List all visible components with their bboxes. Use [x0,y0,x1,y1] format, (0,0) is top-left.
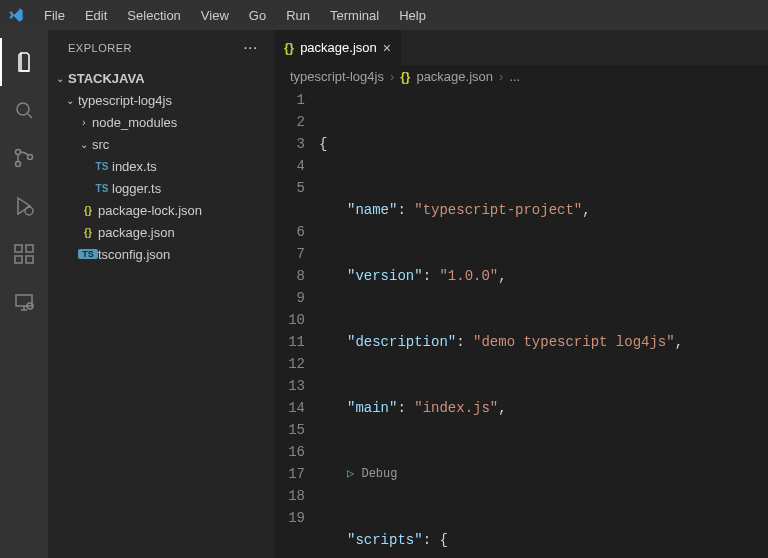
close-icon[interactable]: × [383,40,391,56]
play-icon: ▷ [347,467,354,481]
chevron-down-icon: ⌄ [52,73,68,84]
sidebar-header: EXPLORER ··· [48,30,274,65]
explorer-icon[interactable] [0,38,48,86]
tsconfig-file-icon: TS [78,249,98,259]
folder-project[interactable]: ⌄ typescript-log4js [48,89,274,111]
run-debug-icon[interactable] [0,182,48,230]
tab-package-json[interactable]: {} package.json × [274,30,402,65]
sidebar-more-icon[interactable]: ··· [243,39,258,57]
chevron-right-icon: › [76,117,92,128]
chevron-down-icon: ⌄ [62,95,78,106]
svg-point-3 [28,155,33,160]
folder-node-modules[interactable]: › node_modules [48,111,274,133]
line-gutter: 12345678910111213141516171819 [274,89,319,558]
breadcrumb-file[interactable]: package.json [416,69,493,84]
menu-selection[interactable]: Selection [119,6,188,25]
file-logger-ts[interactable]: TS logger.ts [48,177,274,199]
menu-go[interactable]: Go [241,6,274,25]
sidebar-title: EXPLORER [68,42,132,54]
svg-point-1 [16,150,21,155]
breadcrumbs[interactable]: typescript-log4js › {} package.json › ..… [274,65,768,87]
svg-rect-8 [26,245,33,252]
ts-file-icon: TS [92,183,112,194]
svg-point-4 [25,207,33,215]
editor-tabs: {} package.json × [274,30,768,65]
title-bar: File Edit Selection View Go Run Terminal… [0,0,768,30]
folder-src[interactable]: ⌄ src [48,133,274,155]
workspace-root[interactable]: ⌄ STACKJAVA [48,67,274,89]
svg-rect-7 [26,256,33,263]
breadcrumb-tail: ... [509,69,520,84]
svg-rect-6 [15,256,22,263]
json-file-icon: {} [400,69,410,84]
editor-area: {} package.json × typescript-log4js › {}… [274,30,768,558]
chevron-right-icon: › [499,69,503,84]
file-tsconfig[interactable]: TS tsconfig.json [48,243,274,265]
file-package-json[interactable]: {} package.json [48,221,274,243]
menu-edit[interactable]: Edit [77,6,115,25]
tab-label: package.json [300,40,377,55]
ts-file-icon: TS [92,161,112,172]
file-tree: ⌄ STACKJAVA ⌄ typescript-log4js › node_m… [48,65,274,558]
svg-rect-5 [15,245,22,252]
editor[interactable]: 12345678910111213141516171819 { "name": … [274,87,768,558]
code-content[interactable]: { "name": "typescript-project", "version… [319,89,768,558]
file-index-ts[interactable]: TS index.ts [48,155,274,177]
menu-terminal[interactable]: Terminal [322,6,387,25]
svg-rect-9 [16,295,32,306]
chevron-down-icon: ⌄ [76,139,92,150]
debug-codelens[interactable]: ▷ Debug [319,463,768,485]
chevron-right-icon: › [390,69,394,84]
menu-help[interactable]: Help [391,6,434,25]
menu-file[interactable]: File [36,6,73,25]
json-file-icon: {} [78,227,98,238]
search-icon[interactable] [0,86,48,134]
menu-view[interactable]: View [193,6,237,25]
file-package-lock[interactable]: {} package-lock.json [48,199,274,221]
svg-point-0 [17,103,29,115]
breadcrumb-root[interactable]: typescript-log4js [290,69,384,84]
activity-bar [0,30,48,558]
remote-icon[interactable] [0,278,48,326]
sidebar: EXPLORER ··· ⌄ STACKJAVA ⌄ typescript-lo… [48,30,274,558]
json-file-icon: {} [284,40,294,55]
source-control-icon[interactable] [0,134,48,182]
svg-point-2 [16,162,21,167]
menu-run[interactable]: Run [278,6,318,25]
vscode-logo-icon [8,7,24,23]
json-file-icon: {} [78,205,98,216]
extensions-icon[interactable] [0,230,48,278]
